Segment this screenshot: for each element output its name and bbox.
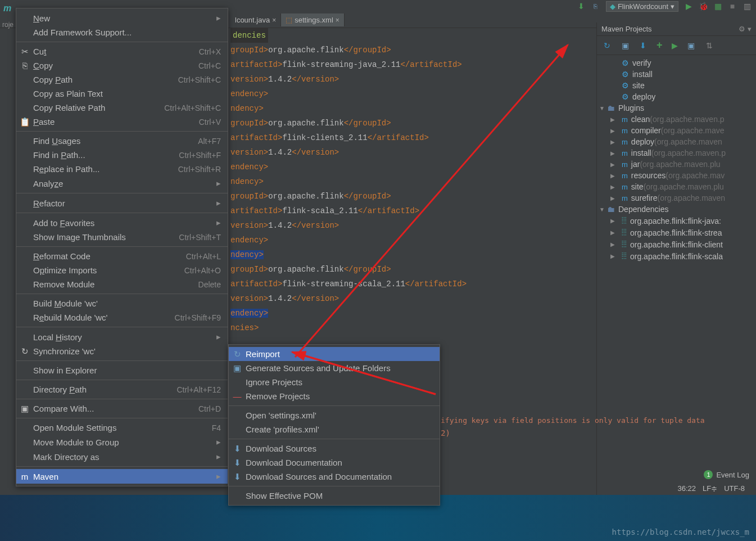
close-icon[interactable]: × [272, 16, 276, 24]
dependencies-group[interactable]: ▼🖿Dependencies [597, 204, 756, 215]
maven-tree: ⚙verify⚙install⚙site⚙deploy▼🖿Plugins▶mcl… [597, 55, 756, 264]
event-count-badge: 1 [704, 470, 713, 479]
menu-item-open-module-settings[interactable]: Open Module SettingsF4 [16, 421, 228, 435]
submenu-item-show-effective-pom[interactable]: Show Effective POM [229, 489, 440, 503]
plugin-install[interactable]: ▶minstall (org.apache.maven.p [597, 147, 756, 159]
submenu-item-create-profiles-xml-[interactable]: Create 'profiles.xml' [229, 422, 440, 436]
plugin-resources[interactable]: ▶mresources (org.apache.mav [597, 170, 756, 181]
menu-item-copy[interactable]: ⎘CopyCtrl+C [16, 58, 228, 73]
menu-item-new[interactable]: New▸ [16, 11, 228, 25]
menu-item-add-framework-support-[interactable]: Add Framework Support... [16, 25, 228, 39]
menu-item-copy-relative-path[interactable]: Copy Relative PathCtrl+Alt+Shift+C [16, 101, 228, 115]
tab-java-file[interactable]: lcount.java × [230, 13, 281, 26]
run-maven-icon[interactable]: ▶ [672, 41, 678, 50]
submenu-item-download-sources[interactable]: ⬇Download Sources [229, 441, 440, 456]
submenu-item-open-settings-xml-[interactable]: Open 'settings.xml' [229, 408, 440, 422]
submenu-item-remove-projects[interactable]: —Remove Projects [229, 389, 440, 403]
add-maven-project-icon[interactable]: + [657, 39, 663, 51]
file-encoding[interactable]: UTF-8 [724, 484, 745, 493]
menu-item-mark-directory-as[interactable]: Mark Directory as▸ [16, 449, 228, 464]
dependency-item[interactable]: ▶⦙⦙⦙org.apache.flink:flink-client [597, 238, 756, 250]
menu-item-reformat-code[interactable]: Reformat CodeCtrl+Alt+L [16, 249, 228, 263]
submenu-item-download-documentation[interactable]: ⬇Download Documentation [229, 456, 440, 470]
gear-icon: ⚙ [622, 81, 629, 90]
maven-run-config-icon[interactable]: ▣ [687, 41, 696, 50]
menu-item-copy-as-plain-text[interactable]: Copy as Plain Text [16, 87, 228, 101]
lifecycle-install[interactable]: ⚙install [597, 69, 756, 80]
menu-item-refactor[interactable]: Refactor▸ [16, 196, 228, 210]
menu-item-find-in-path-[interactable]: Find in Path...Ctrl+Shift+F [16, 148, 228, 162]
plugin-compiler[interactable]: ▶mcompiler (org.apache.mave [597, 125, 756, 136]
run-button[interactable]: ▶ [684, 2, 693, 11]
reimport-icon[interactable]: ↻ [603, 41, 612, 50]
line-separator[interactable]: LF≑ [703, 484, 717, 493]
menu-item-show-in-explorer[interactable]: Show in Explorer [16, 363, 228, 377]
menu-item-synchronize-wc-[interactable]: ↻Synchronize 'wc' [16, 344, 228, 358]
menu-icon: ✂ [20, 47, 30, 57]
maven-plugin-icon: m [622, 183, 628, 191]
layout-button[interactable]: ▥ [743, 2, 752, 11]
plugin-clean[interactable]: ▶mclean (org.apache.maven.p [597, 114, 756, 125]
plugins-group[interactable]: ▼🖿Plugins [597, 102, 756, 114]
lifecycle-verify[interactable]: ⚙verify [597, 57, 756, 69]
submenu-arrow-icon: ▸ [216, 471, 221, 481]
expand-icon: ▶ [610, 229, 615, 236]
menu-item-directory-path[interactable]: Directory PathCtrl+Alt+F12 [16, 382, 228, 396]
submenu-icon: ↻ [232, 349, 242, 359]
tab-settings-xml[interactable]: ⬚ settings.xml × [281, 13, 345, 26]
menu-item-rebuild-module-wc-[interactable]: Rebuild Module 'wc'Ctrl+Shift+F9 [16, 310, 228, 324]
menu-shortcut: Ctrl+C [198, 61, 221, 70]
gear-icon[interactable]: ⚙ ▾ [739, 25, 752, 33]
menu-item-maven[interactable]: mMaven▸ [16, 469, 228, 484]
submenu-item-reimport[interactable]: ↻Reimport [229, 347, 440, 361]
close-icon[interactable]: × [336, 16, 339, 24]
event-log-link[interactable]: 1 Event Log [704, 470, 749, 479]
menu-shortcut: Ctrl+D [198, 404, 221, 413]
code-editor[interactable]: dencies groupId>org.apache.flink</groupI… [230, 28, 587, 371]
menu-label: Rebuild Module 'wc' [33, 313, 107, 322]
menu-item-move-module-to-group[interactable]: Move Module to Group▸ [16, 435, 228, 449]
dependency-item[interactable]: ▶⦙⦙⦙org.apache.flink:flink-java: [597, 215, 756, 227]
menu-label: Move Module to Group [33, 438, 119, 447]
submenu-item-ignore-projects[interactable]: Ignore Projects [229, 375, 440, 389]
submenu-arrow-icon: ▸ [216, 437, 221, 447]
run-configuration-selector[interactable]: ◆ FlinkWordcount ▾ [606, 1, 678, 12]
plugin-deploy[interactable]: ▶mdeploy (org.apache.maven [597, 136, 756, 147]
stop-button[interactable]: ■ [728, 2, 737, 11]
menu-separator [16, 213, 228, 213]
debug-button[interactable]: 🐞 [699, 2, 708, 11]
download-sources-icon[interactable]: ⬇ [639, 41, 648, 50]
menu-item-compare-with-[interactable]: ▣Compare With...Ctrl+D [16, 402, 228, 416]
generate-icon[interactable]: ▣ [621, 41, 630, 50]
menu-item-paste[interactable]: 📋PasteCtrl+V [16, 115, 228, 129]
menu-item-add-to-favorites[interactable]: Add to Favorites▸ [16, 215, 228, 230]
submenu-item-generate-sources-and-update-folders[interactable]: ▣Generate Sources and Update Folders [229, 361, 440, 375]
download-icon[interactable]: ⬇ [577, 2, 586, 11]
menu-item-remove-module[interactable]: Remove ModuleDelete [16, 277, 228, 291]
menu-label: Copy Path [33, 75, 73, 84]
submenu-label: Download Documentation [246, 458, 342, 467]
app-logo: m [3, 3, 11, 13]
menu-item-find-usages[interactable]: Find UsagesAlt+F7 [16, 134, 228, 148]
menu-item-copy-path[interactable]: Copy PathCtrl+Shift+C [16, 73, 228, 87]
submenu-item-download-sources-and-documentation[interactable]: ⬇Download Sources and Documentation [229, 470, 440, 484]
plugin-surefire[interactable]: ▶msurefire (org.apache.maven [597, 192, 756, 204]
lifecycle-deploy[interactable]: ⚙deploy [597, 91, 756, 102]
dependency-item[interactable]: ▶⦙⦙⦙org.apache.flink:flink-strea [597, 227, 756, 238]
menu-item-optimize-imports[interactable]: Optimize ImportsCtrl+Alt+O [16, 263, 228, 277]
menu-item-analyze[interactable]: Analyze▸ [16, 176, 228, 191]
lifecycle-site[interactable]: ⚙site [597, 80, 756, 91]
dependency-item[interactable]: ▶⦙⦙⦙org.apache.flink:flink-scala [597, 250, 756, 262]
toggle-offline-icon[interactable]: ⇅ [705, 41, 714, 50]
menu-separator [16, 418, 228, 418]
plugin-jar[interactable]: ▶mjar (org.apache.maven.plu [597, 159, 756, 170]
menu-item-local-history[interactable]: Local History▸ [16, 330, 228, 344]
coverage-button[interactable]: ▦ [713, 2, 722, 11]
plugin-site[interactable]: ▶msite (org.apache.maven.plu [597, 181, 756, 192]
binary-icon[interactable]: ⎘ [591, 2, 600, 11]
menu-item-cut[interactable]: ✂CutCtrl+X [16, 44, 228, 58]
menu-item-show-image-thumbnails[interactable]: Show Image ThumbnailsCtrl+Shift+T [16, 230, 228, 244]
menu-item-build-module-wc-[interactable]: Build Module 'wc' [16, 296, 228, 310]
menu-separator [16, 380, 228, 380]
menu-item-replace-in-path-[interactable]: Replace in Path...Ctrl+Shift+R [16, 162, 228, 176]
